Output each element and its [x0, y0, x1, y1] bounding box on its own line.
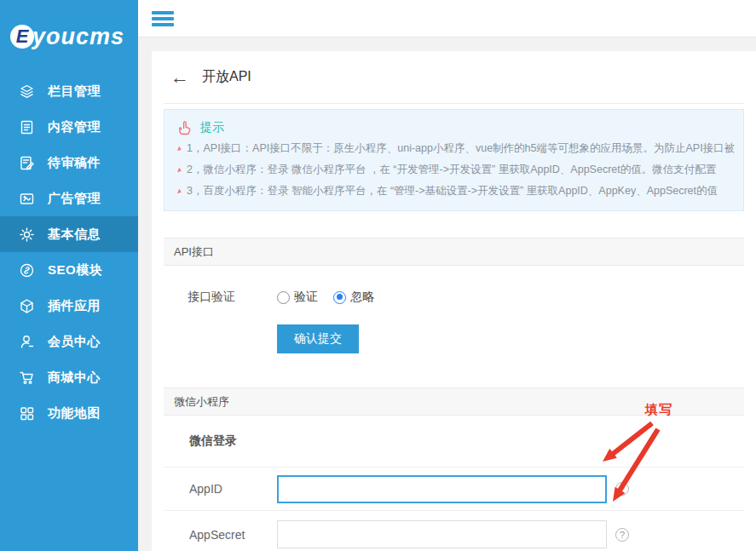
ad-icon [19, 191, 35, 207]
sidebar-item-label: 广告管理 [48, 191, 101, 207]
sidebar-item-label: 商城中心 [48, 370, 101, 386]
tip-text: 3，百度小程序：登录 智能小程序平台，在 “管理->基础设置->开发设置” 里获… [187, 184, 718, 198]
bullet-marker-icon [177, 146, 182, 152]
appid-row: AppID ? [164, 468, 744, 511]
sidebar-item-plugin-apps[interactable]: 插件应用 [0, 288, 138, 324]
gear-icon [19, 227, 35, 243]
radio-checked-icon[interactable] [333, 291, 346, 304]
annotation-text: 填写 [645, 402, 672, 418]
sidebar-item-label: 插件应用 [48, 298, 101, 314]
field-label: 接口验证 [188, 290, 277, 305]
help-question-icon[interactable]: ? [615, 528, 629, 542]
appid-input[interactable] [277, 475, 607, 503]
api-form: 接口验证 验证 忽略 确认提交 [164, 266, 744, 353]
sidebar-item-content-manage[interactable]: 内容管理 [0, 109, 138, 145]
radio-option-ignore[interactable]: 忽略 [333, 290, 374, 305]
pointing-hand-icon [176, 119, 193, 136]
tip-text: 1，API接口：API接口不限于：原生小程序、uni-app小程序、vue制作的… [187, 141, 735, 156]
eyoucms-logo[interactable]: E youcms [0, 0, 138, 58]
bullet-marker-icon [177, 188, 182, 194]
pending-doc-icon [19, 155, 35, 171]
bullet-marker-icon [177, 167, 182, 173]
sidebar-item-mall-center[interactable]: 商城中心 [0, 359, 138, 395]
plugin-cube-icon [19, 298, 35, 314]
radio-label: 忽略 [350, 290, 374, 305]
tip-text: 2，微信小程序：登录 微信小程序平台 ，在 “开发管理->开发设置” 里获取Ap… [187, 163, 716, 177]
hamburger-icon[interactable] [152, 11, 174, 26]
seo-link-icon [19, 262, 35, 278]
tips-title: 提示 [200, 120, 224, 135]
sidebar: E youcms 栏目管理 内容管理 待审稿件 [0, 0, 138, 551]
sidebar-item-label: SEO模块 [48, 262, 102, 278]
page: E youcms 栏目管理 内容管理 待审稿件 [0, 0, 756, 551]
sidebar-item-column-manage[interactable]: 栏目管理 [0, 73, 138, 109]
sidebar-item-label: 内容管理 [48, 119, 101, 135]
tip-line: 2，微信小程序：登录 微信小程序平台 ，在 “开发管理->开发设置” 里获取Ap… [176, 159, 731, 181]
api-verify-row: 接口验证 验证 忽略 [188, 290, 744, 305]
appsecret-input[interactable] [277, 520, 607, 548]
back-arrow-icon[interactable]: ← [170, 68, 189, 87]
sidebar-item-label: 栏目管理 [48, 83, 101, 100]
appid-label: AppID [189, 482, 277, 496]
tips-box: 提示 1，API接口：API接口不限于：原生小程序、uni-app小程序、vue… [164, 109, 744, 211]
appsecret-row: AppSecret ? [164, 511, 744, 551]
tip-line: 1，API接口：API接口不限于：原生小程序、uni-app小程序、vue制作的… [176, 138, 731, 159]
sidebar-item-label: 会员中心 [48, 334, 101, 350]
help-question-icon[interactable]: ? [615, 482, 629, 496]
topbar [138, 0, 756, 37]
page-header: ← 开放API [164, 51, 744, 104]
sidebar-menu: 栏目管理 内容管理 待审稿件 广告管理 [0, 73, 138, 431]
tip-line: 3，百度小程序：登录 智能小程序平台，在 “管理->基础设置->开发设置” 里获… [176, 181, 731, 202]
member-icon [19, 334, 35, 350]
sidebar-item-label: 基本信息 [48, 227, 101, 243]
sidebar-item-label: 功能地图 [48, 405, 101, 422]
verify-radio-group: 验证 忽略 [277, 290, 390, 305]
cart-icon [19, 370, 35, 386]
radio-option-verify[interactable]: 验证 [277, 290, 318, 305]
radio-unchecked-icon[interactable] [277, 291, 290, 304]
logo-letter: E [10, 25, 34, 49]
sidebar-item-ad-manage[interactable]: 广告管理 [0, 181, 138, 216]
grid-icon [19, 405, 35, 422]
sidebar-item-label: 待审稿件 [48, 155, 101, 171]
wechat-login-subheader: 微信登录 [164, 416, 744, 468]
logo-text: youcms [32, 24, 124, 50]
submit-button[interactable]: 确认提交 [277, 324, 359, 353]
layers-icon [19, 83, 35, 100]
sidebar-item-feature-map[interactable]: 功能地图 [0, 395, 138, 431]
appsecret-label: AppSecret [189, 528, 277, 542]
sidebar-item-member-center[interactable]: 会员中心 [0, 324, 138, 359]
radio-label: 验证 [294, 290, 318, 305]
main-panel: ← 开放API 提示 1，API接口：API接口不限于：原生小程序、uni-ap… [152, 51, 756, 551]
page-title: 开放API [202, 68, 251, 86]
sidebar-item-seo-module[interactable]: SEO模块 [0, 252, 138, 288]
sidebar-item-basic-info[interactable]: 基本信息 [0, 216, 138, 252]
content-doc-icon [19, 119, 35, 135]
sidebar-item-pending-articles[interactable]: 待审稿件 [0, 145, 138, 181]
section-header-api: API接口 [164, 238, 744, 266]
tips-header: 提示 [176, 118, 731, 138]
